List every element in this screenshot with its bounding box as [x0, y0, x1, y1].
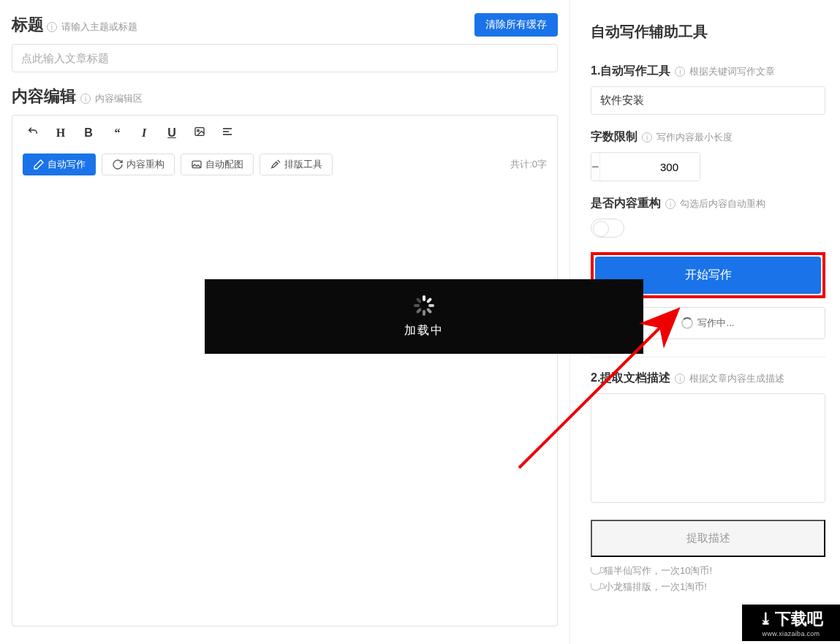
divider: [591, 357, 825, 357]
word-counter: 共计:0字: [510, 158, 547, 171]
loading-text: 加载中: [404, 323, 444, 338]
description-textarea[interactable]: [591, 393, 825, 503]
layout-tool-button[interactable]: 排版工具: [260, 154, 333, 175]
info-icon: i: [675, 374, 685, 384]
cup-icon: [591, 583, 601, 591]
image-icon[interactable]: [192, 126, 207, 140]
keyword-input[interactable]: [591, 86, 825, 115]
watermark-logo: ⤓ 下载吧 www.xiazaiba.com: [742, 605, 840, 641]
section1-hint: 根据关键词写作文章: [689, 66, 775, 77]
align-icon[interactable]: [220, 126, 235, 140]
loading-overlay: 加载中: [205, 279, 643, 354]
extract-description-button[interactable]: 提取描述: [591, 520, 825, 557]
svg-point-1: [197, 129, 200, 132]
info-icon: i: [665, 199, 676, 209]
title-hint: i 请输入主题或标题: [47, 21, 137, 32]
info-icon: i: [80, 94, 91, 104]
cup-icon: [591, 567, 601, 575]
info-icon: i: [47, 22, 57, 32]
loading-spinner-icon: [414, 295, 434, 316]
auto-write-button[interactable]: 自动写作: [23, 154, 96, 175]
stepper-value-input[interactable]: [599, 153, 700, 181]
editor-toolbar: H B “ I U: [23, 124, 547, 142]
content-heading: 内容编辑: [12, 87, 76, 105]
rebuild-label: 是否内容重构: [591, 196, 661, 211]
info-icon: i: [675, 67, 685, 77]
section1-label: 1.自动写作工具: [591, 64, 670, 79]
italic-icon[interactable]: I: [137, 126, 151, 140]
section2-hint: 根据文章内容生成描述: [689, 373, 784, 384]
editor-container: H B “ I U 自动写作 内容重构: [12, 115, 558, 626]
cost-tips: 猫半仙写作，一次10淘币! 小龙猫排版，一次1淘币!: [591, 564, 825, 594]
underline-icon[interactable]: U: [164, 126, 179, 140]
limit-hint: 写作内容最小长度: [657, 132, 733, 143]
rebuild-toggle[interactable]: [591, 219, 624, 238]
rebuild-hint: 勾选后内容自动重构: [680, 198, 765, 209]
info-icon: i: [642, 132, 652, 143]
content-heading-wrap: 内容编辑 i 内容编辑区: [12, 86, 558, 107]
quote-icon[interactable]: “: [109, 126, 124, 140]
editor-actions: 自动写作 内容重构 自动配图 排版工具 共计:0字: [23, 154, 547, 175]
title-heading: 标题: [12, 15, 44, 34]
download-icon: ⤓: [760, 610, 771, 629]
heading-icon[interactable]: H: [53, 126, 68, 140]
clear-cache-button[interactable]: 清除所有缓存: [474, 13, 558, 37]
limit-label: 字数限制: [591, 129, 637, 145]
undo-icon[interactable]: [26, 126, 40, 140]
word-limit-stepper[interactable]: − +: [591, 152, 700, 181]
title-heading-wrap: 标题 i 请输入主题或标题: [12, 14, 137, 36]
content-hint: 内容编辑区: [95, 93, 143, 104]
bold-icon[interactable]: B: [81, 126, 96, 140]
article-title-input[interactable]: [12, 44, 558, 72]
rebuild-button[interactable]: 内容重构: [102, 154, 175, 175]
stepper-minus-button[interactable]: −: [591, 153, 599, 181]
section2-label: 2.提取文档描述: [591, 371, 670, 386]
side-title: 自动写作辅助工具: [591, 22, 825, 42]
auto-image-button[interactable]: 自动配图: [181, 154, 254, 175]
spinner-icon: [681, 317, 693, 329]
